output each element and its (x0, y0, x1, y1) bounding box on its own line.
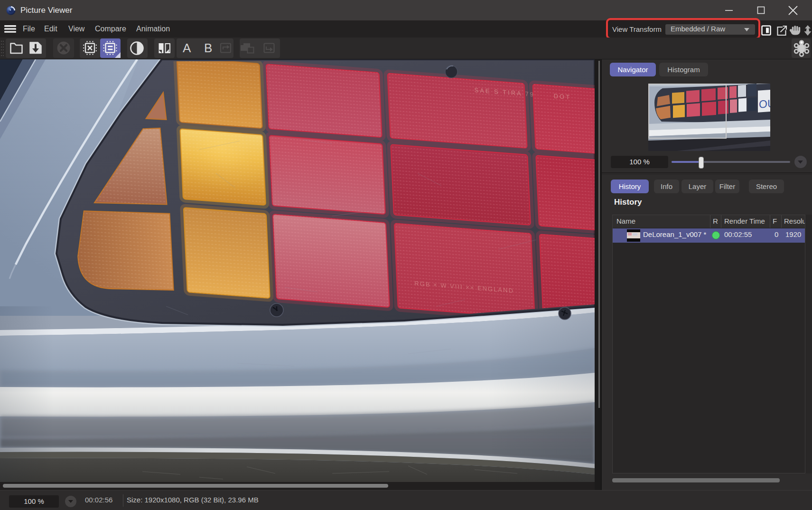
svg-text:A: A (183, 41, 191, 55)
svg-text:B: B (204, 41, 212, 55)
svg-text:OU: OU (759, 97, 770, 110)
